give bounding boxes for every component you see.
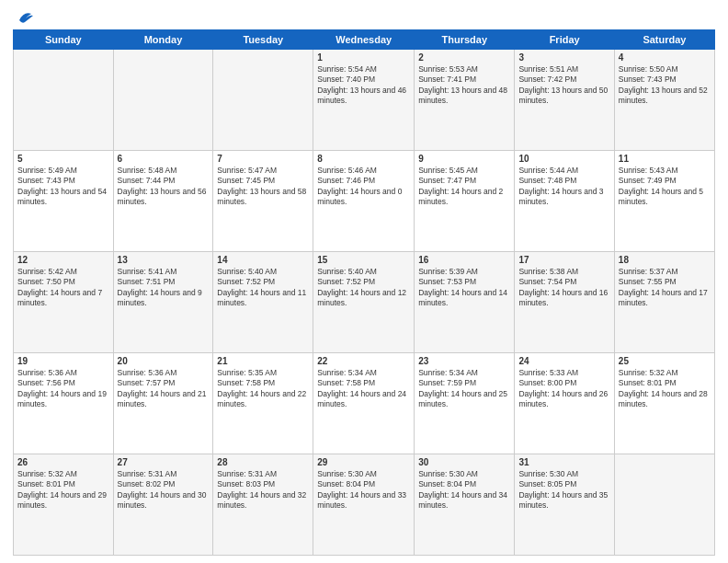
sunrise-text: Sunrise: 5:54 AM [317,64,377,74]
cell-content: Sunrise: 5:50 AM Sunset: 7:43 PM Dayligh… [619,64,711,107]
sunrise-text: Sunrise: 5:53 AM [418,64,478,74]
header [13,9,715,24]
sunrise-text: Sunrise: 5:43 AM [619,166,678,175]
cell-content: Sunrise: 5:45 AM Sunset: 7:47 PM Dayligh… [418,166,510,208]
daylight-text: Daylight: 14 hours and 33 minutes. [317,490,406,510]
logo-bird-icon [15,7,35,28]
day-number: 19 [17,356,109,366]
sunrise-text: Sunrise: 5:48 AM [118,166,177,175]
calendar-cell: 14 Sunrise: 5:40 AM Sunset: 7:52 PM Dayl… [213,252,313,353]
day-number: 1 [317,52,410,63]
cell-content: Sunrise: 5:42 AM Sunset: 7:50 PM Dayligh… [17,267,109,309]
sunset-text: Sunset: 7:41 PM [418,75,476,84]
sunset-text: Sunset: 7:55 PM [619,277,677,286]
sunrise-text: Sunrise: 5:44 AM [518,166,578,175]
sunrise-text: Sunrise: 5:49 AM [17,166,77,175]
sunrise-text: Sunrise: 5:32 AM [17,469,77,478]
day-number: 11 [619,154,711,164]
calendar-cell [113,50,213,151]
daylight-text: Daylight: 14 hours and 29 minutes. [17,490,107,510]
daylight-text: Daylight: 14 hours and 17 minutes. [619,288,708,307]
sunset-text: Sunset: 8:00 PM [518,378,576,387]
sunrise-text: Sunrise: 5:36 AM [17,368,77,377]
daylight-text: Daylight: 14 hours and 0 minutes. [317,187,402,206]
sunset-text: Sunset: 7:46 PM [317,176,375,185]
daylight-text: Daylight: 14 hours and 32 minutes. [217,490,306,510]
sunset-text: Sunset: 7:42 PM [518,75,576,84]
daylight-text: Daylight: 13 hours and 56 minutes. [118,187,207,206]
day-number: 18 [619,255,711,265]
calendar-cell [213,50,313,151]
cell-content: Sunrise: 5:34 AM Sunset: 7:59 PM Dayligh… [418,368,510,410]
sunset-text: Sunset: 8:03 PM [217,479,275,488]
calendar-week-row: 1 Sunrise: 5:54 AM Sunset: 7:40 PM Dayli… [14,50,715,151]
sunset-text: Sunset: 7:54 PM [518,277,576,286]
calendar-cell: 23 Sunrise: 5:34 AM Sunset: 7:59 PM Dayl… [415,353,515,454]
daylight-text: Daylight: 13 hours and 50 minutes. [518,86,608,105]
day-number: 15 [317,255,410,265]
cell-content: Sunrise: 5:37 AM Sunset: 7:55 PM Dayligh… [619,267,711,309]
sunrise-text: Sunrise: 5:34 AM [418,368,478,377]
day-number: 30 [418,457,510,467]
calendar-cell: 24 Sunrise: 5:33 AM Sunset: 8:00 PM Dayl… [515,353,614,454]
sunset-text: Sunset: 7:47 PM [418,176,476,185]
sunrise-text: Sunrise: 5:50 AM [619,64,678,74]
sunrise-text: Sunrise: 5:42 AM [17,267,77,276]
sunset-text: Sunset: 7:49 PM [619,176,677,185]
sunset-text: Sunset: 8:01 PM [17,479,75,488]
day-number: 16 [418,255,510,265]
daylight-text: Daylight: 14 hours and 25 minutes. [418,389,507,408]
cell-content: Sunrise: 5:47 AM Sunset: 7:45 PM Dayligh… [217,166,309,208]
day-number: 2 [418,52,510,63]
sunrise-text: Sunrise: 5:46 AM [317,166,377,175]
calendar-cell: 21 Sunrise: 5:35 AM Sunset: 7:58 PM Dayl… [213,353,313,454]
calendar-cell: 16 Sunrise: 5:39 AM Sunset: 7:53 PM Dayl… [415,252,515,353]
daylight-text: Daylight: 14 hours and 35 minutes. [518,490,608,510]
sunset-text: Sunset: 7:58 PM [317,378,375,387]
cell-content: Sunrise: 5:54 AM Sunset: 7:40 PM Dayligh… [317,64,410,107]
daylight-text: Daylight: 14 hours and 3 minutes. [518,187,603,206]
daylight-text: Daylight: 14 hours and 24 minutes. [317,389,406,408]
sunrise-text: Sunrise: 5:32 AM [619,368,678,377]
cell-content: Sunrise: 5:30 AM Sunset: 8:05 PM Dayligh… [518,469,609,511]
sunrise-text: Sunrise: 5:39 AM [418,267,478,276]
sunset-text: Sunset: 7:43 PM [17,176,75,185]
daylight-text: Daylight: 14 hours and 12 minutes. [317,288,406,307]
cell-content: Sunrise: 5:33 AM Sunset: 8:00 PM Dayligh… [518,368,609,410]
daylight-text: Daylight: 13 hours and 48 minutes. [418,86,507,105]
daylight-text: Daylight: 14 hours and 28 minutes. [619,389,708,408]
sunrise-text: Sunrise: 5:33 AM [518,368,578,377]
sunset-text: Sunset: 7:51 PM [118,277,176,286]
sunset-text: Sunset: 8:04 PM [418,479,476,488]
calendar-cell: 26 Sunrise: 5:32 AM Sunset: 8:01 PM Dayl… [14,454,114,556]
sunset-text: Sunset: 7:52 PM [317,277,375,286]
sunset-text: Sunset: 7:56 PM [17,378,75,387]
daylight-text: Daylight: 14 hours and 14 minutes. [418,288,507,307]
cell-content: Sunrise: 5:30 AM Sunset: 8:04 PM Dayligh… [418,469,510,511]
calendar-cell: 9 Sunrise: 5:45 AM Sunset: 7:47 PM Dayli… [415,151,515,252]
calendar-cell: 7 Sunrise: 5:47 AM Sunset: 7:45 PM Dayli… [213,151,313,252]
calendar-cell: 18 Sunrise: 5:37 AM Sunset: 7:55 PM Dayl… [614,252,714,353]
day-number: 9 [418,154,510,164]
calendar-cell: 15 Sunrise: 5:40 AM Sunset: 7:52 PM Dayl… [313,252,415,353]
calendar-cell: 4 Sunrise: 5:50 AM Sunset: 7:43 PM Dayli… [614,50,714,151]
cell-content: Sunrise: 5:39 AM Sunset: 7:53 PM Dayligh… [418,267,510,309]
weekday-header-wednesday: Wednesday [313,30,415,50]
sunrise-text: Sunrise: 5:45 AM [418,166,478,175]
daylight-text: Daylight: 14 hours and 34 minutes. [418,490,507,510]
sunrise-text: Sunrise: 5:38 AM [518,267,578,276]
sunset-text: Sunset: 7:52 PM [217,277,275,286]
cell-content: Sunrise: 5:38 AM Sunset: 7:54 PM Dayligh… [518,267,609,309]
sunset-text: Sunset: 7:59 PM [418,378,476,387]
calendar-cell: 20 Sunrise: 5:36 AM Sunset: 7:57 PM Dayl… [113,353,213,454]
sunrise-text: Sunrise: 5:30 AM [418,469,478,478]
day-number: 17 [518,255,609,265]
day-number: 4 [619,52,711,63]
daylight-text: Daylight: 14 hours and 21 minutes. [118,389,207,408]
cell-content: Sunrise: 5:43 AM Sunset: 7:49 PM Dayligh… [619,166,711,208]
sunset-text: Sunset: 7:40 PM [317,75,375,84]
sunset-text: Sunset: 7:44 PM [118,176,176,185]
daylight-text: Daylight: 13 hours and 54 minutes. [17,187,107,206]
sunrise-text: Sunrise: 5:40 AM [217,267,277,276]
sunset-text: Sunset: 7:57 PM [118,378,176,387]
